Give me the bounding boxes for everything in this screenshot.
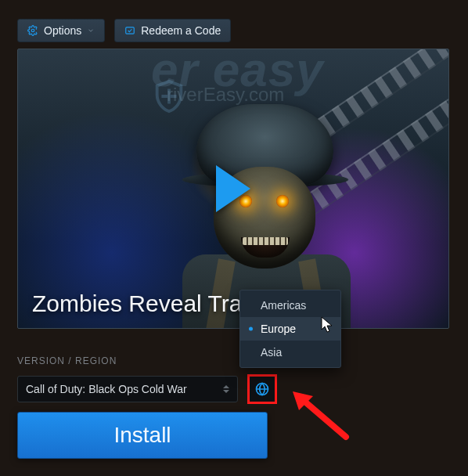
redeem-code-button[interactable]: Redeem a Code	[114, 19, 231, 42]
options-label: Options	[44, 24, 81, 37]
svg-rect-1	[126, 27, 135, 34]
globe-icon[interactable]	[254, 381, 270, 397]
stepper-icon	[223, 385, 229, 393]
region-button-highlight	[247, 374, 277, 404]
region-option-asia[interactable]: Asia	[240, 341, 340, 364]
install-label: Install	[113, 423, 171, 448]
play-icon[interactable]	[216, 165, 250, 212]
redeem-label: Redeem a Code	[141, 24, 221, 37]
trailer-title: Zombies Reveal Traile	[32, 290, 265, 317]
install-button[interactable]: Install	[17, 412, 268, 459]
svg-point-0	[31, 29, 34, 32]
version-select[interactable]: Call of Duty: Black Ops Cold War	[17, 376, 238, 402]
region-option-americas[interactable]: Americas	[240, 294, 340, 317]
cursor-icon	[321, 316, 333, 334]
annotation-arrow-icon	[291, 390, 354, 445]
version-select-value: Call of Duty: Black Ops Cold War	[26, 383, 187, 395]
gear-icon	[27, 25, 38, 36]
version-region-label: VERSION / REGION	[17, 355, 117, 366]
options-button[interactable]: Options	[17, 19, 105, 42]
chevron-down-icon	[87, 27, 95, 34]
ticket-check-icon	[124, 25, 135, 36]
svg-line-3	[302, 399, 346, 437]
trailer-card[interactable]: er easy riverEasy.com Zombies Reveal Tra…	[17, 49, 449, 329]
